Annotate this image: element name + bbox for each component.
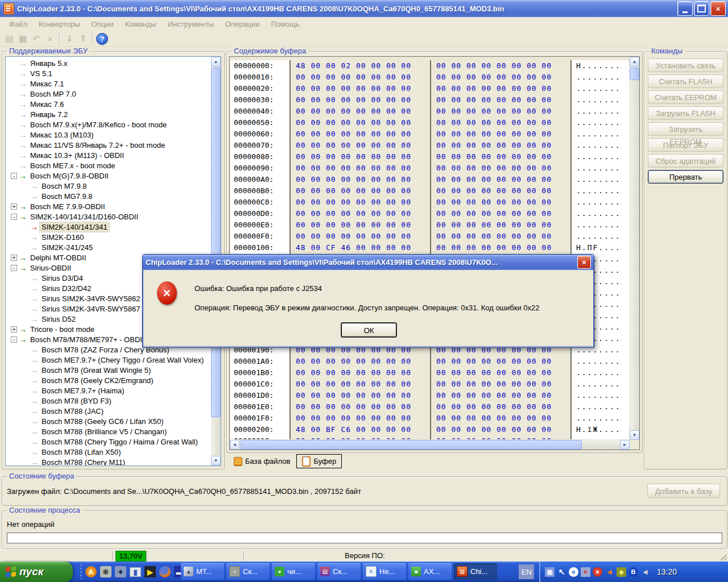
tree-item-label[interactable]: Bosch M7.9.8	[40, 181, 89, 191]
tree-item-label[interactable]: Bosch ME 7.9.9-OBDII	[28, 202, 107, 211]
tree-item-label[interactable]: Bosch M788 (JAC)	[40, 406, 105, 416]
tree-item-label[interactable]: Bosch M788 (Lifan X50)	[40, 447, 122, 457]
tree-item[interactable]: Bosch M78 (BYD F3)	[6, 396, 210, 406]
add-to-database-button[interactable]: Добавить в базу	[647, 484, 720, 498]
tree-item-label[interactable]: Микас 10.3 (M103)	[28, 130, 96, 140]
tree-item-label[interactable]: SIM2K-140/141/341/D160-OBDII	[28, 212, 140, 222]
tree-item-label[interactable]: Sirius SIM2K-34VR-5WY5862	[40, 294, 142, 304]
tree-expand-toggle[interactable]	[11, 265, 17, 271]
tree-item[interactable]: Bosch ME 7.9.9-OBDII	[6, 201, 210, 211]
menu-item[interactable]: Конверторы	[33, 18, 86, 30]
tree-item[interactable]: Микас 7.6	[6, 99, 210, 109]
tree-item[interactable]: Bosch M788 (JAC)	[6, 406, 210, 416]
tree-expand-toggle[interactable]	[11, 255, 17, 261]
tree-item-label[interactable]: VS 5.1	[28, 69, 54, 78]
gear-utility-icon[interactable]: ✱	[100, 566, 111, 577]
tree-item-label[interactable]: Микас 7.6	[28, 99, 65, 109]
tree-item-label[interactable]: Bosch M788 (Chery Tiggo / Haima / Great …	[40, 437, 200, 447]
tree-item-label[interactable]: Sirius D3/D4	[40, 273, 85, 283]
tree-item[interactable]: Микас 10.3+ (M113) - OBDII	[6, 150, 210, 160]
hex-scroll-left-icon[interactable]: ◄	[230, 440, 239, 450]
read-icon[interactable]: ⇑	[77, 32, 89, 45]
tree-item[interactable]: Bosch M788 (Chery Tiggo / Haima / Great …	[6, 436, 210, 447]
tools-icon[interactable]: ×	[44, 32, 56, 45]
tree-item-label[interactable]: Январь 5.x	[28, 59, 69, 68]
pointing-device-icon[interactable]: ↖	[557, 567, 566, 577]
tree-item[interactable]: Январь 5.x	[6, 58, 210, 68]
maximize-button[interactable]	[694, 1, 709, 16]
taskbar-window-button[interactable]: ▲ МТ...	[181, 563, 224, 580]
tree-item-label[interactable]: Bosch MG7.9.8	[40, 192, 94, 201]
language-indicator[interactable]: EN	[519, 564, 534, 579]
taskbar-window-button[interactable]: ▥ Chi...	[454, 563, 497, 580]
menu-item[interactable]: Команды	[119, 18, 162, 30]
tree-item[interactable]: SIM2K-D160	[6, 232, 210, 242]
tree-expand-toggle[interactable]	[11, 326, 17, 332]
media-player-icon[interactable]: ▶	[144, 566, 156, 577]
tree-item-label[interactable]: Bosch MP 7.0	[28, 89, 78, 99]
command-button[interactable]: Прервать	[648, 170, 723, 184]
taskbar-window-button[interactable]: ≡ Не...	[363, 563, 406, 580]
command-button[interactable]: Загрузить EEPROM	[648, 122, 723, 136]
taskbar-window-button[interactable]: ▪ Ск...	[226, 563, 270, 580]
network-disconnected-icon[interactable]: ×	[581, 567, 590, 577]
hex-view[interactable]: 00000000: 48 00 00 02 00 00 00 00 00 00 …	[229, 56, 640, 450]
tree-item-label[interactable]: Sirius SIM2K-34VR-5WY5867	[40, 304, 142, 314]
tree-scroll-thumb[interactable]	[211, 68, 221, 417]
taskbar-window-button[interactable]: ■ АХ...	[408, 563, 452, 580]
help-icon[interactable]: ?	[96, 33, 108, 45]
tree-item-label[interactable]: Sirius D52	[40, 314, 77, 324]
tree-item-label[interactable]: Bosch M788 (Geely GC6 / Lifan X50)	[40, 417, 166, 426]
tree-item[interactable]: Bosch M7.9.8	[6, 181, 210, 191]
tree-scroll-up-icon[interactable]: ▲	[211, 57, 221, 66]
menu-item[interactable]: Операции	[220, 18, 266, 30]
tree-item-label[interactable]: Январь 7.2	[28, 110, 69, 119]
volume-icon[interactable]: ◄	[640, 567, 650, 577]
command-button[interactable]: Сброс адаптаций	[648, 154, 723, 168]
tree-item[interactable]: Bosch M788 (Chery M11)	[6, 457, 210, 465]
tree-item-label[interactable]: Bosch ME7.9.7+ (Chery Tiggo / Great Wall…	[40, 355, 205, 365]
tree-item[interactable]: Микас 10.3 (M103)	[6, 130, 210, 140]
tree-item-label[interactable]: Sirius-OBDII	[28, 263, 73, 273]
tree-item[interactable]: Bosch M78 (Geely CK2/Emgrand)	[6, 375, 210, 385]
hex-scroll-down-icon[interactable]: ▼	[630, 430, 639, 440]
tree-item[interactable]: Bosch M78 (Great Wall Wingle 5)	[6, 365, 210, 375]
minimize-button[interactable]	[677, 1, 693, 16]
ie-alert-icon[interactable]: e	[569, 567, 578, 577]
hex-scroll-up-icon[interactable]: ▲	[630, 57, 639, 66]
tree-item-label[interactable]: Bosch M788 (Chery M11)	[40, 458, 127, 466]
tree-item-label[interactable]: Bosch M78 (Geely CK2/Emgrand)	[40, 376, 155, 385]
tree-item-label[interactable]: Микас 7.1	[28, 79, 65, 89]
tree-item-label[interactable]: Микас 11/VS 8/Январь 7.2+ - boot mode	[28, 140, 167, 150]
command-button[interactable]: Установить связь	[648, 59, 723, 72]
hex-horizontal-scrollbar[interactable]: ◄ ►	[230, 440, 630, 450]
monitor-icon[interactable]: ▮	[130, 567, 141, 577]
tree-item[interactable]: Bosch MP 7.0	[6, 89, 210, 99]
menu-item[interactable]: Опции	[86, 18, 119, 30]
tree-item[interactable]: Bosch M788 (Brilliance V5 / Changan)	[6, 426, 210, 436]
tree-scroll-down-icon[interactable]: ▼	[211, 456, 221, 465]
tree-item[interactable]: SIM2K-241/245	[6, 242, 210, 252]
tree-item-label[interactable]: Sirius D32/D42	[40, 284, 93, 293]
hex-vertical-scrollbar[interactable]: ▲ ▼	[630, 57, 639, 440]
command-button[interactable]: Считать EEPROM	[648, 90, 723, 104]
tree-item-label[interactable]: Bosch M7.9.x(+)/M7.8/Kefico - boot mode	[28, 120, 168, 130]
tree-item[interactable]: Bosch M(G)7.9.8-OBDII	[6, 171, 210, 181]
tree-item-label[interactable]: Микас 10.3+ (M113) - OBDII	[28, 151, 126, 160]
taskbar-window-button[interactable]: ● чи...	[272, 563, 315, 580]
ok-button[interactable]: ОК	[341, 323, 396, 337]
undo-icon[interactable]: ↶	[30, 32, 43, 45]
tree-item[interactable]: Bosch MG7.9.8	[6, 191, 210, 201]
tree-item-label[interactable]: Bosch M78/M788/ME797+ - OBDII	[28, 335, 146, 344]
tree-item-label[interactable]: Tricore - boot mode	[28, 325, 96, 334]
antivirus-icon[interactable]: A	[85, 566, 97, 577]
tree-item-label[interactable]: Bosch ME7.x - boot mode	[28, 161, 117, 171]
tree-item-label[interactable]: Bosch M78 (Great Wall Wingle 5)	[40, 365, 152, 375]
error-dialog-close-icon[interactable]: ×	[577, 256, 591, 269]
network-computers-icon[interactable]: ▣	[545, 567, 555, 577]
tab-file-database[interactable]: База файлов	[229, 455, 295, 468]
menu-item[interactable]: Файл	[3, 18, 33, 30]
close-button[interactable]: ×	[710, 1, 726, 16]
tree-expand-toggle[interactable]	[11, 336, 17, 343]
network-activity-icon[interactable]: ◆	[617, 567, 626, 577]
